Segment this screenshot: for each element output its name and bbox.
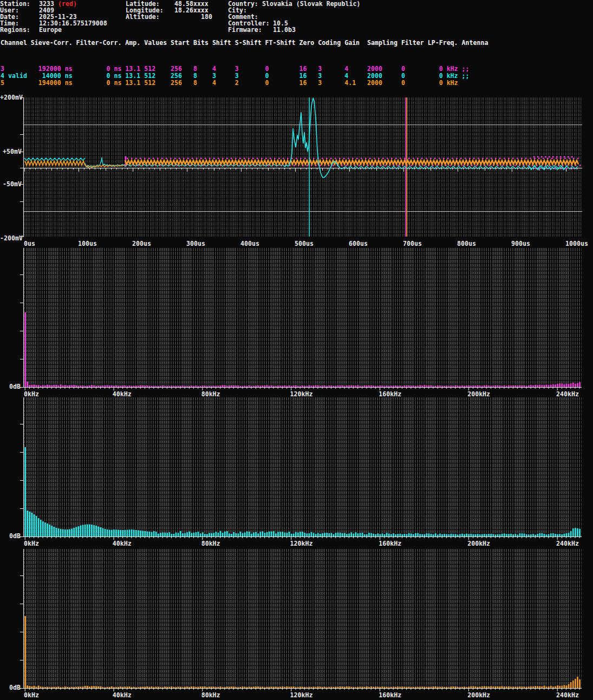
info-label: Firmware: — [228, 27, 262, 33]
spectrum-x-label: 200kHz — [467, 391, 490, 397]
info-value: 11.0b3 — [273, 27, 296, 33]
waveform-x-label: 800us — [457, 240, 476, 247]
info-value: 180 — [201, 14, 212, 20]
spectrum-bars-channel-3 — [24, 248, 582, 391]
info-value: (red) — [58, 1, 77, 7]
y-axis-line — [23, 248, 24, 388]
waveform-x-label: 300us — [186, 240, 205, 247]
spectrum-x-label: 40kHz — [113, 540, 132, 547]
channel-row-4: 4 valid 14000 ns 0 ns 13.1 512 256 8 3 3… — [1, 73, 470, 79]
channel-row-3: 3 192000 ns 0 ns 13.1 512 256 8 4 3 0 16… — [1, 66, 470, 72]
waveform-x-label: 400us — [240, 240, 259, 247]
spectrum-x-label: 240kHz — [556, 692, 579, 698]
waveform-x-label: 100us — [78, 240, 97, 247]
y-axis-tick — [20, 424, 24, 424]
spectrum-bars-channel-5 — [24, 549, 582, 692]
spectrum-x-label: 120kHz — [290, 692, 313, 698]
spectrum-x-label: 160kHz — [379, 692, 401, 698]
waveform-x-label: 0us — [24, 240, 35, 247]
y-axis-tick — [20, 632, 24, 632]
y-axis-tick — [20, 274, 24, 275]
spectrum-x-label: 0kHz — [24, 391, 39, 397]
y-axis-tick — [20, 134, 24, 135]
spectrum-x-label: 80kHz — [201, 540, 220, 547]
waveform-traces — [24, 97, 582, 237]
spectrum-x-label: 240kHz — [556, 391, 579, 397]
blitzortung-station-signals-page: Station:3233(red)Latitude:48.58xxxxCount… — [0, 0, 593, 700]
spectrum-x-label: 200kHz — [467, 540, 490, 547]
spectrum-x-label: 40kHz — [113, 391, 132, 397]
y-axis-line — [23, 97, 24, 237]
waveform-y-label: +200mV — [0, 94, 22, 101]
y-axis-tick — [20, 688, 24, 689]
spectrum-x-label: 160kHz — [379, 540, 401, 547]
waveform-x-label: 200us — [132, 240, 151, 247]
spectrum3-0db-label: 0dB — [0, 684, 21, 691]
y-axis-tick — [20, 387, 24, 388]
spectrum-x-label: 80kHz — [201, 391, 220, 397]
spectrum-x-label: 160kHz — [379, 391, 401, 397]
waveform-y-label: -200mV — [0, 235, 22, 241]
y-axis-tick — [20, 508, 24, 509]
y-axis-tick — [20, 604, 24, 604]
y-axis-tick — [20, 359, 24, 359]
channel-row-5: 5 194000 ns 0 ns 13.1 512 256 8 4 2 0 16… — [1, 80, 458, 86]
y-axis-tick — [20, 537, 24, 537]
y-axis-line — [23, 397, 24, 537]
spectrum-x-label: 120kHz — [290, 391, 313, 397]
spectrum-x-label: 0kHz — [24, 540, 39, 547]
info-label: Regions: — [0, 27, 30, 33]
spectrum-x-label: 80kHz — [201, 692, 220, 698]
spectrum2-0db-label: 0dB — [0, 533, 21, 539]
y-axis-tick — [20, 303, 24, 303]
y-axis-tick — [20, 575, 24, 576]
waveform-x-label: 1000us — [565, 240, 588, 247]
waveform-x-label: 500us — [295, 240, 314, 247]
y-axis-tick — [20, 452, 24, 453]
info-label: Altitude: — [126, 14, 160, 20]
waveform-y-label: +50mV — [0, 148, 22, 155]
spectrum-x-label: 200kHz — [467, 692, 490, 698]
y-axis-line — [23, 549, 24, 689]
y-axis-tick — [20, 201, 24, 202]
waveform-x-label: 900us — [511, 240, 530, 247]
spectrum-x-label: 120kHz — [290, 540, 313, 547]
channel-table-header: Channel Sieve-Corr. Filter-Corr. Amp. Va… — [1, 40, 488, 46]
y-axis-tick — [20, 660, 24, 660]
waveform-x-label: 700us — [403, 240, 422, 247]
spectrum1-0db-label: 0dB — [0, 383, 21, 390]
waveform-y-label: -50mV — [0, 181, 22, 187]
y-axis-tick — [20, 331, 24, 331]
spectrum-bars-channel-4 — [24, 397, 582, 540]
spectrum-x-label: 40kHz — [113, 692, 132, 698]
y-axis-tick — [20, 480, 24, 481]
info-value: Europe — [39, 27, 62, 33]
y-axis-tick — [20, 168, 24, 168]
spectrum-x-label: 240kHz — [556, 540, 579, 547]
waveform-x-label: 600us — [349, 240, 368, 247]
info-value: Slovakia (Slovak Republic) — [262, 1, 360, 7]
spectrum-x-label: 0kHz — [24, 692, 39, 698]
